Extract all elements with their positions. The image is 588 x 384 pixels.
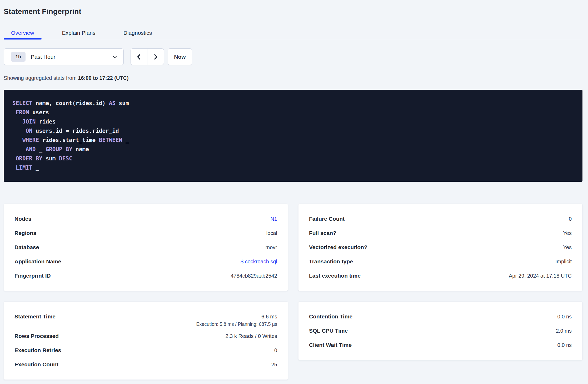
stat-value: 6.6 ms [261, 314, 277, 320]
stat-value-link[interactable]: $ cockroach sql [241, 259, 277, 265]
sql-text: sum [42, 155, 59, 162]
statement-details-card: NodesN1RegionslocalDatabasemovrApplicati… [4, 204, 288, 291]
sql-text [12, 146, 26, 152]
sql-text [12, 155, 16, 162]
stat-value: movr [266, 244, 277, 250]
stat-row: Failure Count0 [309, 212, 572, 226]
sql-keyword: DESC [59, 155, 72, 162]
stat-value-link[interactable]: N1 [270, 216, 277, 222]
next-interval-button[interactable] [147, 49, 164, 65]
sql-line: FROM users [12, 108, 574, 117]
sql-keyword: ON [26, 128, 32, 134]
tab-overview[interactable]: Overview [4, 27, 42, 39]
stats-grid: NodesN1RegionslocalDatabasemovrApplicati… [4, 204, 582, 380]
stat-label: Last execution time [309, 273, 361, 279]
interval-pager [131, 48, 164, 65]
stat-label: Execution Retries [14, 347, 61, 353]
sql-line: WHERE rides.start_time BETWEEN _ [12, 136, 574, 145]
time-controls: 1h Past Hour Now [4, 48, 582, 65]
stat-label: Transaction type [309, 258, 353, 265]
stat-value: Yes [563, 230, 572, 236]
stat-label: Nodes [14, 216, 31, 222]
stat-row: Contention Time0.0 ns [309, 309, 572, 324]
sql-text [12, 128, 26, 134]
stat-label: Database [14, 244, 39, 250]
sql-statement-box: SELECT name, count(rides.id) AS sum FROM… [4, 90, 582, 182]
stat-value: 25 [271, 362, 277, 368]
sql-text: sum [116, 100, 129, 106]
stats-caption-prefix: Showing aggregated stats from [4, 75, 78, 81]
stat-row: Regionslocal [14, 226, 277, 240]
stats-caption-range: 16:00 to 17:22 (UTC) [78, 75, 128, 81]
sql-line: SELECT name, count(rides.id) AS sum [12, 99, 574, 108]
sql-keyword: LIMIT [16, 165, 32, 171]
stat-label: Full scan? [309, 230, 336, 236]
page-title: Statement Fingerprint [4, 7, 582, 16]
sql-keyword: WHERE [22, 137, 39, 143]
sql-line: JOIN rides [12, 117, 574, 126]
stat-label: Failure Count [309, 216, 345, 222]
stat-row: Databasemovr [14, 240, 277, 254]
sql-keyword: AS [109, 100, 116, 106]
wait-times-card: Contention Time0.0 nsSQL CPU Time2.0 msC… [298, 301, 582, 360]
sql-text: name [72, 146, 89, 152]
chevron-left-icon [135, 53, 143, 61]
sql-text: rides [36, 119, 56, 125]
sql-text: _ [32, 165, 39, 171]
stat-row: Transaction typeImplicit [309, 254, 572, 269]
sql-text [12, 109, 16, 116]
stat-row: Application Name$ cockroach sql [14, 254, 277, 269]
stat-value: Implicit [555, 259, 572, 265]
stat-row: Vectorized execution?Yes [309, 240, 572, 254]
stat-value: 2.3 k Reads / 0 Writes [226, 333, 277, 339]
stat-subvalue: Execution: 5.8 ms / Planning: 687.5 µs [14, 322, 277, 329]
sql-keyword: BETWEEN [99, 137, 122, 143]
chevron-down-icon [111, 53, 118, 60]
stat-row: Last execution timeApr 29, 2024 at 17:18… [309, 269, 572, 283]
sql-text: _ [122, 137, 129, 143]
tab-diagnostics[interactable]: Diagnostics [116, 27, 160, 39]
stat-row: Execution Retries0 [14, 343, 277, 357]
sql-line: LIMIT _ [12, 163, 574, 173]
sql-line: ORDER BY sum DESC [12, 154, 574, 163]
stat-row: SQL CPU Time2.0 ms [309, 324, 572, 338]
sql-keyword: AND [26, 146, 36, 152]
stat-label: Application Name [14, 258, 61, 265]
time-interval-picker[interactable]: 1h Past Hour [4, 48, 124, 65]
statement-fingerprint-page: Statement Fingerprint OverviewExplain Pl… [0, 0, 588, 380]
execution-attributes-card: Failure Count0Full scan?YesVectorized ex… [298, 204, 582, 291]
prev-interval-button[interactable] [131, 49, 147, 65]
sql-keyword: GROUP BY [46, 146, 72, 152]
sql-line: ON users.id = rides.rider_id [12, 126, 574, 136]
stat-value: 0 [569, 216, 572, 222]
stat-label: Statement Time [14, 313, 56, 320]
stats-caption: Showing aggregated stats from 16:00 to 1… [4, 75, 582, 81]
interval-badge: 1h [11, 52, 26, 62]
stat-value: 0.0 ns [557, 342, 572, 348]
stat-value: Apr 29, 2024 at 17:18 UTC [509, 273, 572, 279]
stat-row: Execution Count25 [14, 357, 277, 372]
stat-row: NodesN1 [14, 212, 277, 226]
sql-text [12, 165, 16, 171]
stat-row: Fingerprint ID4784cb829aab2542 [14, 269, 277, 283]
stat-label: Fingerprint ID [14, 273, 51, 279]
stat-value: 0.0 ns [557, 314, 572, 320]
now-button[interactable]: Now [168, 48, 192, 65]
stat-row: Full scan?Yes [309, 226, 572, 240]
statement-times-card: Statement Time6.6 msExecution: 5.8 ms / … [4, 301, 288, 380]
tabs-bar: OverviewExplain PlansDiagnostics [4, 27, 582, 39]
sql-text [12, 137, 22, 143]
stat-value: 4784cb829aab2542 [231, 273, 277, 279]
tab-explain-plans[interactable]: Explain Plans [55, 27, 103, 39]
sql-keyword: ORDER BY [16, 155, 42, 162]
sql-text: users [29, 109, 49, 116]
stat-value: Yes [563, 244, 572, 250]
stat-row: Rows Processed2.3 k Reads / 0 Writes [14, 329, 277, 343]
sql-keyword: FROM [16, 109, 29, 116]
stat-value: 2.0 ms [556, 328, 572, 334]
stat-label: Vectorized execution? [309, 244, 367, 250]
sql-line: AND _ GROUP BY name [12, 145, 574, 154]
stat-label: Execution Count [14, 361, 58, 368]
stat-label: Regions [14, 230, 36, 236]
sql-keyword: SELECT [12, 100, 32, 106]
